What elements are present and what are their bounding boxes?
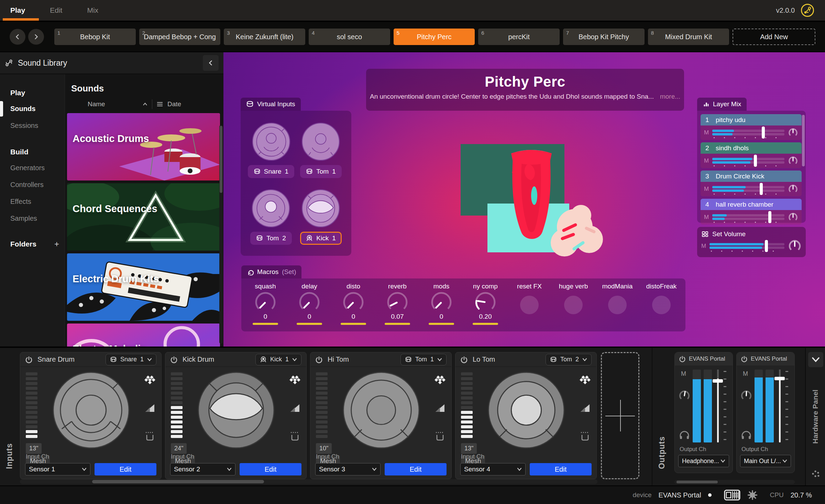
sort-by-date[interactable]: Date xyxy=(167,100,181,108)
tab-play[interactable]: Play xyxy=(10,0,25,21)
layer-3-volume-slider[interactable] xyxy=(712,184,784,194)
layer-2-volume-slider[interactable] xyxy=(712,156,784,166)
macro-mods-knob[interactable] xyxy=(430,291,453,314)
macro-reverb-knob[interactable] xyxy=(386,291,409,314)
distofreak-button[interactable] xyxy=(652,296,671,314)
sidebar-item-effects[interactable]: Effects xyxy=(0,193,65,210)
virtual-input-chip-tom-2[interactable]: Tom2 xyxy=(250,232,292,245)
velocity-ramp-icon[interactable] xyxy=(580,403,591,413)
output-1-fader[interactable] xyxy=(716,370,719,442)
device-module-icon[interactable] xyxy=(724,490,740,501)
layer-4-pan-knob[interactable] xyxy=(788,212,798,222)
tab-edit[interactable]: Edit xyxy=(50,0,62,21)
sounds-scrollbar-thumb[interactable] xyxy=(220,126,222,193)
lo-tom-route-dropdown[interactable]: Tom2 xyxy=(546,354,592,365)
huge-verb-button[interactable] xyxy=(564,296,583,314)
velocity-ramp-icon[interactable] xyxy=(289,403,300,413)
list-view-icon[interactable] xyxy=(156,101,163,107)
layer-4-header[interactable]: 4hall reverb chamber xyxy=(701,199,802,210)
sound-card-electric-drum-kits[interactable]: Electric Drum Kits xyxy=(67,253,220,321)
output-2-fader[interactable] xyxy=(778,370,781,442)
hi-tom-pad-graphic[interactable] xyxy=(342,371,420,449)
preset-slot-4[interactable]: 4sol seco xyxy=(309,29,390,45)
preset-next-button[interactable] xyxy=(28,29,44,45)
outputs-scrollbar-thumb[interactable] xyxy=(676,481,718,483)
layer-1-pan-knob[interactable] xyxy=(788,128,798,138)
layer-1-mute-button[interactable]: M xyxy=(704,129,709,136)
sidebar-item-sessions[interactable]: Sessions xyxy=(0,117,65,134)
power-icon[interactable] xyxy=(679,355,686,362)
macro-ny-comp-knob[interactable] xyxy=(474,291,497,314)
sidebar-item-sounds[interactable]: Sounds xyxy=(0,100,65,117)
virtual-pad-kick-1[interactable] xyxy=(301,188,341,228)
layer-4-mute-button[interactable]: M xyxy=(704,214,709,221)
layer-1-header[interactable]: 1pitchy udu xyxy=(701,114,802,125)
set-volume-knob[interactable] xyxy=(788,239,802,253)
layers-stack-icon[interactable] xyxy=(579,375,591,385)
output-2-fader-handle[interactable] xyxy=(774,377,785,380)
layer-1-fader-handle[interactable] xyxy=(762,127,765,139)
sidebar-collapse-button[interactable] xyxy=(203,55,219,71)
set-volume-fader-handle[interactable] xyxy=(765,240,768,252)
sort-ascending-icon[interactable] xyxy=(142,102,148,106)
virtual-input-chip-kick-1-selected[interactable]: Kick1 xyxy=(300,232,341,245)
preset-prev-button[interactable] xyxy=(10,29,25,45)
damp-tray-icon[interactable] xyxy=(289,431,301,442)
layer-1-volume-slider[interactable] xyxy=(712,128,784,138)
layer-3-mute-button[interactable]: M xyxy=(704,186,709,193)
layer-3-fader-handle[interactable] xyxy=(760,183,763,195)
sound-card-acoustic-drums[interactable]: Acoustic Drums xyxy=(67,113,220,180)
snare-pad-graphic[interactable] xyxy=(52,371,130,449)
set-volume-slider[interactable] xyxy=(710,241,784,251)
preset-slot-2[interactable]: 2Damped Bebop + Cong xyxy=(139,29,221,45)
output-1-mute-button[interactable]: M xyxy=(681,370,686,377)
output-2-gain-knob[interactable] xyxy=(740,390,752,402)
set-volume-mute-button[interactable]: M xyxy=(701,243,706,250)
preset-slot-6[interactable]: 6percKit xyxy=(478,29,560,45)
sound-card-electro-melodic[interactable]: Electro Melodic xyxy=(67,324,220,347)
add-folder-button[interactable]: + xyxy=(54,239,59,249)
virtual-input-chip-snare-1[interactable]: Snare1 xyxy=(248,165,294,178)
layer-mix-scrollbar-thumb[interactable] xyxy=(802,115,805,166)
layers-stack-icon[interactable] xyxy=(434,375,446,385)
hi-tom-edit-button[interactable]: Edit xyxy=(385,463,447,475)
more-link[interactable]: more... xyxy=(660,93,680,100)
preset-slot-7[interactable]: 7Bebop Kit Pitchy xyxy=(563,29,645,45)
power-icon[interactable] xyxy=(170,356,178,363)
reset-fx-button[interactable] xyxy=(520,296,539,314)
sort-by-name[interactable]: Name xyxy=(88,100,105,108)
sidebar-item-samples[interactable]: Samples xyxy=(0,210,65,227)
hi-tom-route-dropdown[interactable]: Tom1 xyxy=(400,354,447,365)
layers-stack-icon[interactable] xyxy=(289,375,301,385)
power-icon[interactable] xyxy=(315,356,323,363)
velocity-ramp-icon[interactable] xyxy=(144,403,155,413)
modmania-button[interactable] xyxy=(608,296,627,314)
layer-4-volume-slider[interactable] xyxy=(712,212,784,222)
brand-logo-icon[interactable] xyxy=(800,3,815,18)
lo-tom-input-select[interactable]: Sensor 4 xyxy=(460,463,526,475)
damp-tray-icon[interactable] xyxy=(434,431,446,442)
kick-input-select[interactable]: Sensor 2 xyxy=(170,463,235,475)
power-icon[interactable] xyxy=(741,355,748,362)
lo-tom-pad-graphic[interactable] xyxy=(487,371,565,449)
inputs-scrollbar-thumb[interactable] xyxy=(92,480,264,483)
output-2-channel-select[interactable]: Main Out L/... xyxy=(740,455,791,467)
preset-slot-8[interactable]: 8Mixed Drum Kit xyxy=(648,29,729,45)
hi-tom-input-select[interactable]: Sensor 3 xyxy=(315,463,381,475)
output-1-channel-select[interactable]: Headphone... xyxy=(678,455,729,467)
virtual-pad-snare-1[interactable] xyxy=(251,122,291,162)
snare-input-select[interactable]: Sensor 1 xyxy=(25,463,90,475)
kick-pad-graphic[interactable] xyxy=(197,371,275,449)
lo-tom-edit-button[interactable]: Edit xyxy=(530,463,592,475)
macro-disto-knob[interactable] xyxy=(342,291,365,314)
virtual-input-chip-tom-1[interactable]: Tom1 xyxy=(300,165,341,178)
kick-route-dropdown[interactable]: Kick1 xyxy=(255,354,301,365)
add-channel-slot[interactable] xyxy=(601,352,639,479)
layer-3-pan-knob[interactable] xyxy=(788,184,798,194)
layer-2-pan-knob[interactable] xyxy=(788,156,798,166)
tab-mix[interactable]: Mix xyxy=(87,0,98,21)
settings-gear-icon[interactable] xyxy=(747,490,758,500)
layers-stack-icon[interactable] xyxy=(144,375,156,385)
layer-2-header[interactable]: 2sindh dhols xyxy=(701,142,802,154)
output-2-mute-button[interactable]: M xyxy=(743,370,748,377)
